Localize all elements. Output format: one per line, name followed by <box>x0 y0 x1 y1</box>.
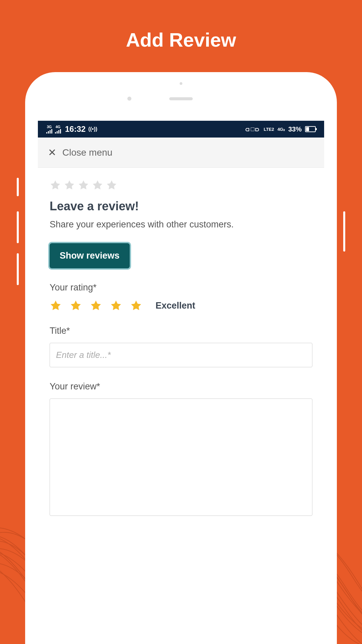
status-bar: 3G 4G 1 <box>38 121 324 138</box>
vibrate-icon: ⫏□⫐ <box>245 126 260 133</box>
lte-label: LTE2 <box>264 127 274 132</box>
star-icon[interactable] <box>70 300 82 312</box>
star-icon[interactable] <box>130 300 142 312</box>
title-input[interactable] <box>50 343 312 367</box>
phone-side-button <box>343 211 345 252</box>
review-subheading: Share your experiences with other custom… <box>50 219 312 230</box>
star-icon[interactable] <box>110 300 122 312</box>
status-left: 3G 4G 1 <box>46 124 97 134</box>
star-icon <box>78 179 89 191</box>
close-menu-label: Close menu <box>62 147 112 158</box>
battery-icon <box>305 126 316 132</box>
signal-label: 4G <box>56 125 61 129</box>
rating-row: Excellent <box>50 300 312 312</box>
close-icon: ✕ <box>48 147 56 158</box>
signal-4g-icon: 4G <box>55 125 61 133</box>
star-icon <box>106 179 117 191</box>
status-right: ⫏□⫐ LTE2 4G₂ 33% <box>245 125 316 133</box>
star-icon <box>92 179 103 191</box>
close-menu-button[interactable]: ✕ Close menu <box>38 138 324 168</box>
phone-side-button <box>17 178 19 196</box>
phone-side-button <box>17 253 19 285</box>
star-icon <box>64 179 75 191</box>
current-rating-stars <box>50 179 312 191</box>
rating-text: Excellent <box>156 301 195 311</box>
phone-screen: 3G 4G 1 <box>38 121 324 644</box>
network-label: 4G₂ <box>278 127 285 132</box>
star-icon[interactable] <box>90 300 102 312</box>
hotspot-icon: ((•)) <box>88 126 97 132</box>
page-title: Add Review <box>0 0 362 51</box>
show-reviews-button[interactable]: Show reviews <box>50 243 130 268</box>
review-textarea[interactable] <box>50 398 312 516</box>
phone-side-button <box>17 211 19 243</box>
phone-camera <box>127 97 131 101</box>
phone-speaker <box>169 97 193 100</box>
review-label: Your review* <box>50 381 312 392</box>
phone-sensor <box>180 82 182 85</box>
rating-label: Your rating* <box>50 282 312 293</box>
star-icon <box>50 179 61 191</box>
status-time: 16:32 <box>65 124 85 134</box>
rating-stars[interactable] <box>50 300 142 312</box>
review-content: Leave a review! Share your experiences w… <box>38 168 324 527</box>
battery-percent: 33% <box>288 125 302 133</box>
review-heading: Leave a review! <box>50 199 312 213</box>
title-label: Title* <box>50 326 312 336</box>
signal-label: 3G <box>47 125 52 129</box>
signal-3g-icon: 3G <box>46 125 52 133</box>
star-icon[interactable] <box>50 300 62 312</box>
phone-frame: 3G 4G 1 <box>25 72 337 644</box>
